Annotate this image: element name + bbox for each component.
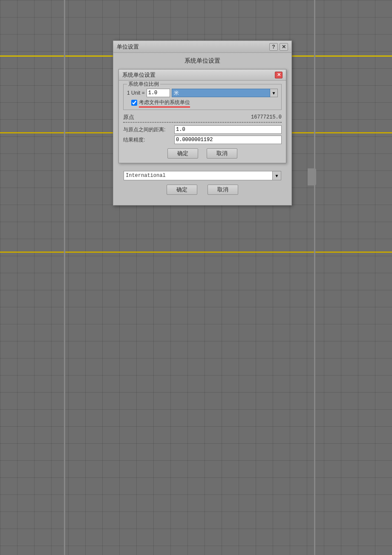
checkbox-label: 考虑文件中的系统单位 xyxy=(139,99,190,106)
unit-value-input[interactable] xyxy=(147,89,170,97)
v-line-right xyxy=(314,0,315,555)
unit-equation-label: 1 Unit = xyxy=(127,90,145,96)
scale-group: 系统单位比例 1 Unit = 米 ▼ 考虑文件中的系统单位 xyxy=(123,84,282,110)
red-underline-decoration xyxy=(139,107,190,107)
precision-input[interactable] xyxy=(174,136,282,144)
international-select-arrow[interactable]: ▼ xyxy=(273,171,281,180)
precision-label: 结果精度: xyxy=(123,136,174,144)
outer-cancel-button[interactable]: 取消 xyxy=(208,185,238,195)
h-line-bot xyxy=(0,251,392,253)
origin-label: 原点 xyxy=(123,113,134,121)
unit-select-arrow[interactable]: ▼ xyxy=(270,89,278,97)
outer-dialog: 单位设置 ? ✕ 系统单位设置 系统单位设置 ✕ 系统单位比例 1 Unit = xyxy=(113,40,292,205)
inner-cancel-button[interactable]: 取消 xyxy=(207,148,237,159)
unit-select-display[interactable]: 米 xyxy=(172,89,270,97)
inner-buttons-row: 确定 取消 xyxy=(123,148,282,159)
distance-input[interactable] xyxy=(174,125,282,134)
outer-dialog-body: 系统单位设置 系统单位设置 ✕ 系统单位比例 1 Unit = 米 ▼ xyxy=(113,53,291,205)
distance-label: 与原点之间的距离: xyxy=(123,126,174,133)
checkbox-row: 考虑文件中的系统单位 xyxy=(127,99,278,106)
inner-dialog: 系统单位设置 ✕ 系统单位比例 1 Unit = 米 ▼ xyxy=(118,69,286,163)
distance-row: 与原点之间的距离: xyxy=(123,125,282,134)
outer-bottom: International ▼ 确定 取消 xyxy=(118,168,286,200)
v-line-left xyxy=(64,0,65,555)
system-units-checkbox[interactable] xyxy=(131,100,137,106)
outer-dialog-title: 单位设置 xyxy=(117,43,139,51)
inner-dialog-body: 系统单位比例 1 Unit = 米 ▼ 考虑文件中的系统单位 xyxy=(119,81,286,163)
close-outer-button[interactable]: ✕ xyxy=(280,43,288,51)
origin-row: 原点 16777215.0 xyxy=(123,113,282,121)
origin-section: 原点 16777215.0 xyxy=(123,113,282,123)
group-label: 系统单位比例 xyxy=(127,81,160,88)
section-title: 系统单位设置 xyxy=(118,57,286,65)
unit-select-wrapper: 米 ▼ xyxy=(172,89,278,97)
inner-dialog-titlebar: 系统单位设置 ✕ xyxy=(119,69,286,81)
international-select-wrapper: International ▼ xyxy=(124,171,281,180)
help-button[interactable]: ? xyxy=(269,43,278,51)
origin-value: 16777215.0 xyxy=(251,114,282,120)
dotted-separator xyxy=(123,122,282,123)
precision-row: 结果精度: xyxy=(123,136,282,144)
outer-buttons-row: 确定 取消 xyxy=(124,185,281,195)
titlebar-buttons: ? ✕ xyxy=(269,43,288,51)
inner-dialog-title: 系统单位设置 xyxy=(122,71,156,79)
close-inner-button[interactable]: ✕ xyxy=(275,72,282,78)
outer-dialog-titlebar: 单位设置 ? ✕ xyxy=(113,41,291,53)
international-select-display[interactable]: International xyxy=(124,171,273,180)
checkbox-label-text: 考虑文件中的系统单位 xyxy=(139,99,190,105)
unit-row: 1 Unit = 米 ▼ xyxy=(127,89,278,97)
inner-ok-button[interactable]: 确定 xyxy=(167,148,198,159)
outer-ok-button[interactable]: 确定 xyxy=(167,185,197,195)
right-notch xyxy=(308,168,316,185)
